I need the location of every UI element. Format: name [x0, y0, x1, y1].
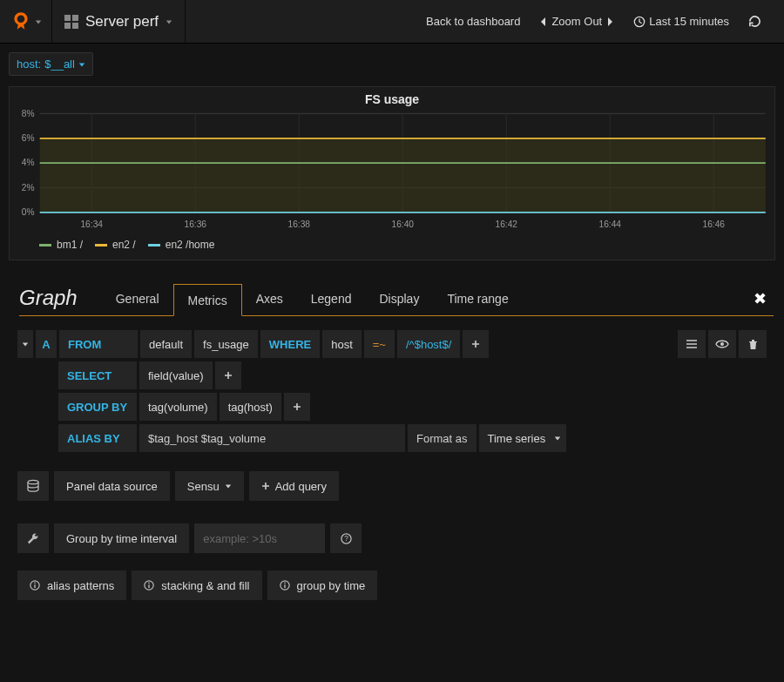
svg-text:16:44: 16:44 — [599, 219, 622, 229]
dashboard-title: Server perf — [85, 13, 159, 30]
trash-icon — [748, 339, 758, 350]
add-groupby-segment[interactable] — [284, 393, 310, 421]
svg-text:16:38: 16:38 — [287, 219, 310, 229]
panel-title[interactable]: FS usage — [10, 87, 774, 110]
toggle-query-visibility[interactable] — [708, 330, 736, 358]
svg-point-30 — [720, 342, 724, 346]
variable-value: $__all — [44, 57, 75, 71]
back-to-dashboard-link[interactable]: Back to dashboard — [419, 10, 527, 33]
refresh-button[interactable] — [741, 10, 768, 33]
caret-down-icon — [225, 483, 232, 490]
svg-rect-1 — [72, 15, 78, 21]
refresh-icon — [748, 15, 761, 28]
interval-icon-button[interactable] — [17, 523, 49, 553]
svg-text:16:40: 16:40 — [391, 219, 414, 229]
add-select-segment[interactable] — [215, 361, 241, 389]
query-select-row: SELECT field(value) — [17, 361, 767, 389]
plus-icon — [293, 402, 301, 411]
help-stacking-fill[interactable]: stacking & and fill — [132, 571, 261, 600]
database-icon — [26, 479, 40, 493]
groupby-tag-volume[interactable]: tag(volume) — [139, 393, 217, 421]
svg-text:8%: 8% — [22, 110, 35, 118]
tab-time-range[interactable]: Time range — [433, 283, 522, 315]
add-where-segment[interactable] — [463, 330, 489, 358]
chart-legend: bm1 /en2 /en2 /home — [10, 233, 774, 260]
remove-query-button[interactable] — [739, 330, 767, 358]
tab-axes[interactable]: Axes — [242, 283, 297, 315]
question-icon: ? — [341, 533, 352, 544]
datasource-picker[interactable]: Sensu — [175, 471, 244, 501]
query-letter[interactable]: A — [36, 330, 57, 358]
svg-rect-36 — [34, 583, 35, 584]
info-icon — [280, 580, 290, 591]
svg-text:?: ? — [344, 534, 348, 543]
help-links-row: alias patterns stacking & and fill group… — [17, 571, 767, 600]
from-keyword: FROM — [59, 330, 138, 358]
interval-row: Group by time interval ? — [17, 523, 767, 553]
variable-host[interactable]: host: $__all — [9, 52, 93, 76]
svg-rect-39 — [149, 583, 150, 584]
query-collapse-toggle[interactable] — [17, 330, 33, 358]
chevron-right-icon — [605, 17, 614, 27]
tab-general[interactable]: General — [102, 283, 173, 315]
metrics-editor: A FROM default fs_usage WHERE host =~ /^… — [0, 316, 784, 618]
plus-icon — [471, 340, 480, 348]
interval-help-button[interactable]: ? — [330, 523, 362, 553]
dashboard-picker[interactable]: Server perf — [52, 0, 186, 44]
template-variables: host: $__all — [0, 44, 784, 79]
panel-type-title: Graph — [19, 286, 78, 315]
measurement-segment[interactable]: fs_usage — [194, 330, 258, 358]
svg-rect-38 — [149, 584, 150, 588]
chart-area[interactable]: 0%2%4%6%8%16:3416:3616:3816:4016:4216:44… — [10, 110, 774, 233]
datasource-icon-button[interactable] — [17, 471, 49, 501]
info-icon — [30, 580, 40, 591]
info-icon — [144, 580, 154, 591]
legend-item[interactable]: en2 /home — [148, 239, 215, 251]
interval-input[interactable] — [194, 523, 325, 553]
clock-icon — [633, 16, 645, 28]
tab-display[interactable]: Display — [365, 283, 433, 315]
datasource-label: Panel data source — [54, 471, 170, 501]
aliasby-keyword: ALIAS BY — [58, 424, 137, 452]
svg-text:4%: 4% — [22, 157, 35, 167]
legend-item[interactable]: bm1 / — [39, 239, 83, 251]
retention-policy-segment[interactable]: default — [140, 330, 192, 358]
where-tag-key[interactable]: host — [322, 330, 362, 358]
help-alias-patterns[interactable]: alias patterns — [17, 571, 126, 600]
help-group-by-time[interactable]: group by time — [267, 571, 378, 600]
select-keyword: SELECT — [58, 361, 137, 389]
groupby-tag-host[interactable]: tag(host) — [220, 393, 281, 421]
alias-input[interactable]: $tag_host $tag_volume — [139, 424, 405, 452]
where-operator[interactable]: =~ — [364, 330, 395, 358]
svg-rect-3 — [72, 23, 78, 29]
interval-label: Group by time interval — [54, 523, 189, 553]
tab-legend[interactable]: Legend — [297, 283, 366, 315]
where-tag-value[interactable]: /^$host$/ — [397, 330, 460, 358]
datasource-row: Panel data source Sensu Add query — [17, 471, 767, 501]
svg-text:0%: 0% — [22, 206, 35, 217]
svg-rect-35 — [34, 584, 35, 588]
time-picker[interactable]: Last 15 minutes — [626, 10, 736, 33]
grafana-icon — [10, 10, 32, 33]
query-menu-button[interactable] — [678, 330, 706, 358]
legend-label: bm1 / — [57, 239, 83, 251]
legend-label: en2 / — [112, 239, 136, 251]
close-editor-button[interactable]: ✖ — [747, 289, 774, 315]
caret-down-icon — [22, 341, 29, 348]
tab-metrics[interactable]: Metrics — [173, 284, 242, 316]
svg-rect-41 — [284, 584, 285, 588]
svg-text:16:42: 16:42 — [495, 219, 517, 229]
zoom-out-button[interactable]: Zoom Out — [532, 10, 621, 33]
add-query-button[interactable]: Add query — [249, 471, 339, 501]
format-as-dropdown[interactable]: Time series — [479, 424, 567, 452]
select-field-segment[interactable]: field(value) — [139, 361, 213, 389]
top-bar: Server perf Back to dashboard Zoom Out L… — [0, 0, 784, 44]
legend-item[interactable]: en2 / — [95, 239, 136, 251]
grafana-logo[interactable] — [0, 0, 52, 44]
legend-swatch — [39, 244, 51, 246]
legend-label: en2 /home — [166, 239, 215, 251]
caret-down-icon — [35, 18, 42, 25]
variable-label: host: — [17, 57, 41, 71]
graph-panel: FS usage 0%2%4%6%8%16:3416:3616:3816:401… — [9, 86, 775, 260]
format-as-label: Format as — [408, 424, 476, 452]
